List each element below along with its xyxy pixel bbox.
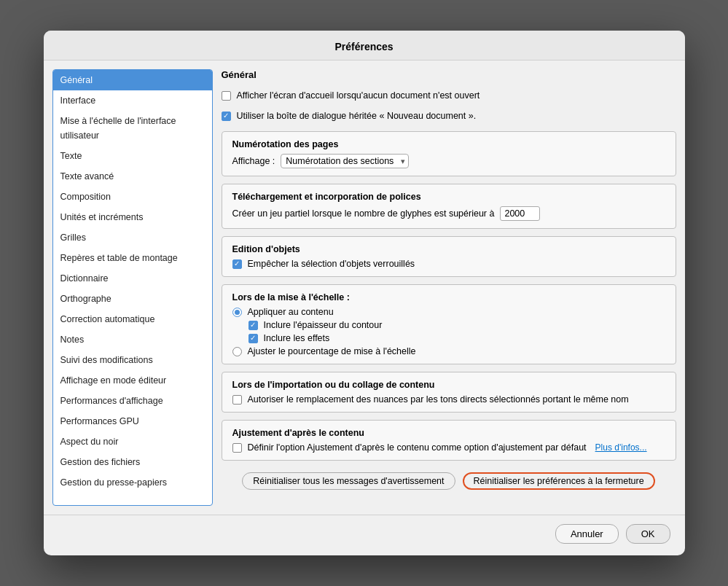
glyph-label: Créer un jeu partiel lorsque le nombre d… <box>232 208 495 219</box>
dialog-body: GénéralInterfaceMise à l'échelle de l'in… <box>44 60 685 515</box>
edition-title: Edition d'objets <box>232 244 665 254</box>
ajuster-label: Ajuster le pourcentage de mise à l'échel… <box>248 346 416 356</box>
plus-infos-link[interactable]: Plus d'infos... <box>595 442 647 453</box>
sidebar-item-unites[interactable]: Unités et incréments <box>53 207 212 227</box>
ajuster-radio[interactable] <box>232 347 242 356</box>
empecher-label: Empêcher la sélection d'objets verrouill… <box>248 259 415 269</box>
definir-checkbox[interactable] <box>232 443 242 453</box>
sidebar-item-performances-affichage[interactable]: Performances d'affichage <box>53 391 212 411</box>
sidebar-item-general[interactable]: Général <box>53 70 212 90</box>
nouveau-doc-label: Utiliser la boîte de dialogue héritée « … <box>237 111 477 121</box>
telechargement-title: Téléchargement et incorporation de polic… <box>232 192 665 202</box>
sidebar-item-interface[interactable]: Interface <box>53 90 212 111</box>
inclure-effets-label: Inclure les effets <box>264 333 330 343</box>
definir-row: Définir l'option Ajustement d'après le c… <box>232 442 665 453</box>
accueil-label: Afficher l'écran d'accueil lorsqu'aucun … <box>237 90 480 101</box>
inclure-epaisseur-checkbox[interactable] <box>248 321 258 330</box>
sidebar-item-gestion-presse-papiers[interactable]: Gestion du presse-papiers <box>53 472 212 493</box>
affichage-select-wrapper: Numérotation des sections Numérotation a… <box>281 154 409 168</box>
content-title: Général <box>222 69 676 80</box>
sidebar-item-performances-gpu[interactable]: Performances GPU <box>53 411 212 431</box>
autoriser-label: Autoriser le remplacement des nuances pa… <box>248 394 629 405</box>
sidebar-item-mise-echelle[interactable]: Mise à l'échelle de l'interface utilisat… <box>53 111 212 146</box>
dialog-footer: Annuler OK <box>44 515 685 555</box>
preferences-dialog: Préférences GénéralInterfaceMise à l'éch… <box>44 31 685 555</box>
sidebar-item-gestion-fichiers[interactable]: Gestion des fichiers <box>53 452 212 472</box>
nouveau-doc-row: Utiliser la boîte de dialogue héritée « … <box>222 111 676 121</box>
mise-echelle-title: Lors de la mise à l'échelle : <box>232 292 665 302</box>
inclure-epaisseur-label: Inclure l'épaisseur du contour <box>264 320 383 330</box>
empecher-checkbox[interactable] <box>232 259 242 269</box>
sidebar-item-texte-avance[interactable]: Texte avancé <box>53 166 212 187</box>
accueil-checkbox[interactable] <box>222 91 231 101</box>
ajustement-section: Ajustement d'après le contenu Définir l'… <box>222 420 676 461</box>
numerotation-title: Numérotation des pages <box>232 139 665 149</box>
sidebar-item-aspect-noir[interactable]: Aspect du noir <box>53 431 212 452</box>
nouveau-doc-checkbox[interactable] <box>222 112 231 121</box>
autoriser-checkbox[interactable] <box>232 395 242 405</box>
sidebar-item-reperes[interactable]: Repères et table de montage <box>53 248 212 268</box>
sidebar-item-grilles[interactable]: Grilles <box>53 227 212 248</box>
sidebar: GénéralInterfaceMise à l'échelle de l'in… <box>52 69 213 506</box>
mise-echelle-section: Lors de la mise à l'échelle : Appliquer … <box>222 284 676 364</box>
importation-title: Lors de l'importation ou du collage de c… <box>232 380 665 390</box>
edition-section: Edition d'objets Empêcher la sélection d… <box>222 236 676 277</box>
ok-button[interactable]: OK <box>626 524 670 544</box>
glyph-row: Créer un jeu partiel lorsque le nombre d… <box>232 206 665 221</box>
numerotation-section: Numérotation des pages Affichage : Numér… <box>222 131 676 176</box>
appliquer-radio[interactable] <box>232 308 242 317</box>
glyph-input[interactable] <box>500 206 540 221</box>
sidebar-item-correction[interactable]: Correction automatique <box>53 309 212 329</box>
inclure-epaisseur-row: Inclure l'épaisseur du contour <box>232 320 665 330</box>
affichage-select[interactable]: Numérotation des sections Numérotation a… <box>281 154 409 168</box>
sidebar-item-dictionnaire[interactable]: Dictionnaire <box>53 268 212 289</box>
affichage-label: Affichage : <box>232 156 275 166</box>
autoriser-row: Autoriser le remplacement des nuances pa… <box>232 394 665 405</box>
appliquer-row: Appliquer au contenu <box>232 307 665 317</box>
reinit-messages-button[interactable]: Réinitialiser tous les messages d'averti… <box>242 472 455 490</box>
telechargement-section: Téléchargement et incorporation de polic… <box>222 184 676 229</box>
action-buttons: Réinitialiser tous les messages d'averti… <box>222 472 676 490</box>
empecher-row: Empêcher la sélection d'objets verrouill… <box>232 259 665 269</box>
numerotation-row: Affichage : Numérotation des sections Nu… <box>232 154 665 168</box>
accueil-row: Afficher l'écran d'accueil lorsqu'aucun … <box>222 90 676 101</box>
sidebar-item-composition[interactable]: Composition <box>53 187 212 207</box>
reinit-prefs-button[interactable]: Réinitialiser les préférences à la ferme… <box>463 472 655 490</box>
sidebar-item-suivi[interactable]: Suivi des modifications <box>53 350 212 370</box>
ajuster-row: Ajuster le pourcentage de mise à l'échel… <box>232 346 665 356</box>
ajustement-title: Ajustement d'après le contenu <box>232 428 665 438</box>
appliquer-label: Appliquer au contenu <box>248 307 334 317</box>
sidebar-item-affichage-editeur[interactable]: Affichage en mode éditeur <box>53 370 212 391</box>
importation-section: Lors de l'importation ou du collage de c… <box>222 372 676 413</box>
inclure-effets-checkbox[interactable] <box>248 334 258 343</box>
dialog-title: Préférences <box>44 31 685 60</box>
sidebar-item-orthographe[interactable]: Orthographe <box>53 289 212 309</box>
sidebar-item-texte[interactable]: Texte <box>53 146 212 166</box>
annuler-button[interactable]: Annuler <box>555 524 619 544</box>
definir-label: Définir l'option Ajustement d'après le c… <box>248 442 587 453</box>
content-panel: Général Afficher l'écran d'accueil lorsq… <box>222 69 676 506</box>
inclure-effets-row: Inclure les effets <box>232 333 665 343</box>
sidebar-item-notes[interactable]: Notes <box>53 329 212 350</box>
